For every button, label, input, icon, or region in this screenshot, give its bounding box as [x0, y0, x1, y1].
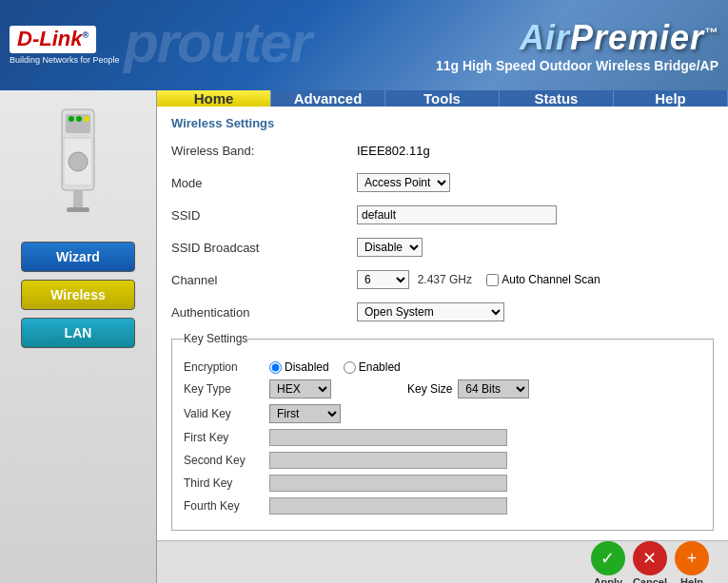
auto-channel-label: Auto Channel Scan	[502, 273, 600, 286]
channel-freq: 2.437 GHz	[418, 273, 472, 286]
premier-text: Premier	[570, 18, 704, 57]
help-label: Help	[680, 576, 703, 583]
ssid-broadcast-select[interactable]: Disable Enable	[357, 238, 423, 257]
ssid-broadcast-control: Disable Enable	[357, 238, 714, 257]
valid-key-select[interactable]: First Second Third Fourth	[269, 404, 341, 423]
wireless-button[interactable]: Wireless	[21, 280, 135, 310]
air-premier-logo: AirPremier™	[436, 18, 718, 58]
mode-label: Mode	[171, 176, 357, 190]
dlink-logo-d: D	[17, 27, 32, 50]
cancel-label: Cancel	[633, 576, 667, 583]
key-settings-title: Key Settings	[184, 332, 247, 345]
mode-control: Access Point Bridge AP Client	[357, 173, 714, 192]
channel-label: Channel	[171, 273, 357, 287]
first-key-row: First Key	[184, 429, 701, 446]
ssid-broadcast-row: SSID Broadcast Disable Enable	[171, 235, 714, 260]
third-key-label: Third Key	[184, 476, 269, 490]
lan-button[interactable]: LAN	[21, 318, 135, 348]
air-text: Air	[520, 18, 570, 57]
ssid-input[interactable]	[357, 205, 557, 224]
apply-label: Apply	[594, 576, 623, 583]
second-key-input[interactable]	[269, 452, 507, 469]
content-inner: Wireless Settings Wireless Band: IEEE802…	[157, 107, 728, 540]
auto-channel-checkbox[interactable]	[486, 274, 499, 286]
content-area: Home Advanced Tools Status Help Wireless…	[157, 90, 728, 583]
encryption-label: Encryption	[184, 360, 269, 374]
dlink-logo: D-Link®	[10, 26, 96, 52]
svg-point-6	[69, 116, 74, 122]
device-image	[30, 100, 126, 223]
product-subtitle: 11g High Speed Outdoor Wireless Bridge/A…	[436, 58, 718, 73]
wireless-band-label: Wireless Band:	[171, 144, 357, 158]
svg-point-8	[84, 116, 89, 122]
authentication-label: Authentication	[171, 305, 357, 320]
channel-row: Channel 12345 67891011 2.437 GHz Auto Ch…	[171, 267, 714, 292]
channel-control: 12345 67891011 2.437 GHz Auto Channel Sc…	[357, 270, 714, 289]
fourth-key-label: Fourth Key	[184, 499, 269, 513]
wireless-band-value: IEEE802.11g	[357, 144, 714, 158]
watermark: prouter	[124, 10, 310, 75]
wizard-button[interactable]: Wizard	[21, 242, 135, 272]
device-svg	[35, 105, 121, 219]
main-layout: Wizard Wireless LAN Home Advanced Tools …	[0, 90, 728, 583]
key-type-select[interactable]: HEX ASCII	[269, 379, 331, 398]
authentication-row: Authentication Open System Shared Key WP…	[171, 300, 714, 324]
cancel-icon: ✕	[633, 541, 667, 575]
disabled-label: Disabled	[285, 360, 329, 374]
sidebar: Wizard Wireless LAN	[0, 90, 157, 583]
authentication-select[interactable]: Open System Shared Key WPA WPA2	[357, 302, 504, 321]
ssid-label: SSID	[171, 208, 357, 223]
dlink-tagline: Building Networks for People	[10, 55, 120, 65]
mode-row: Mode Access Point Bridge AP Client	[171, 170, 714, 195]
third-key-input[interactable]	[269, 475, 507, 492]
apply-button[interactable]: ✓ Apply	[591, 541, 625, 583]
key-settings-box: Key Settings Encryption Disabled Enabled	[171, 332, 714, 531]
channel-select[interactable]: 12345 67891011	[357, 270, 409, 289]
disabled-radio-label: Disabled	[269, 360, 329, 374]
second-key-label: Second Key	[184, 454, 269, 467]
ssid-broadcast-label: SSID Broadcast	[171, 241, 357, 255]
svg-rect-5	[67, 207, 89, 212]
tab-home[interactable]: Home	[157, 90, 271, 107]
help-button[interactable]: + Help	[675, 541, 709, 583]
svg-point-3	[69, 152, 88, 171]
first-key-label: First Key	[184, 431, 269, 444]
tab-advanced[interactable]: Advanced	[271, 90, 385, 107]
enabled-label: Enabled	[359, 360, 401, 374]
header: D-Link® Building Networks for People pro…	[0, 0, 728, 90]
ssid-control	[357, 205, 714, 224]
tm: ™	[704, 25, 718, 40]
logo-area: D-Link® Building Networks for People	[10, 26, 120, 64]
third-key-row: Third Key	[184, 475, 701, 492]
section-title: Wireless Settings	[171, 116, 714, 130]
help-icon: +	[675, 541, 709, 575]
tab-tools[interactable]: Tools	[385, 90, 500, 107]
wireless-band-row: Wireless Band: IEEE802.11g	[171, 138, 714, 163]
key-size-label: Key Size	[407, 382, 452, 396]
valid-key-label: Valid Key	[184, 407, 269, 420]
disabled-radio[interactable]	[269, 361, 282, 374]
ssid-row: SSID	[171, 203, 714, 227]
second-key-row: Second Key	[184, 452, 701, 469]
encryption-row: Encryption Disabled Enabled	[184, 360, 701, 374]
mode-select[interactable]: Access Point Bridge AP Client	[357, 173, 450, 192]
cancel-button[interactable]: ✕ Cancel	[633, 541, 667, 583]
authentication-control: Open System Shared Key WPA WPA2	[357, 302, 714, 321]
svg-rect-4	[73, 190, 83, 209]
first-key-input[interactable]	[269, 429, 507, 446]
apply-icon: ✓	[591, 541, 625, 575]
enabled-radio[interactable]	[344, 361, 356, 374]
product-area: AirPremier™ 11g High Speed Outdoor Wirel…	[436, 18, 718, 73]
key-type-row: Key Type HEX ASCII Key Size 64 Bits 128 …	[184, 379, 701, 398]
svg-point-7	[76, 116, 82, 122]
nav-tabs: Home Advanced Tools Status Help	[157, 90, 728, 107]
footer: ✓ Apply ✕ Cancel + Help	[157, 540, 728, 583]
fourth-key-input[interactable]	[269, 497, 507, 515]
key-size-select[interactable]: 64 Bits 128 Bits	[458, 379, 529, 398]
tab-status[interactable]: Status	[500, 90, 614, 107]
valid-key-row: Valid Key First Second Third Fourth	[184, 404, 701, 423]
tab-help[interactable]: Help	[614, 90, 728, 107]
fourth-key-row: Fourth Key	[184, 497, 701, 515]
key-type-label: Key Type	[184, 382, 269, 396]
dlink-logo-link: -Link	[32, 27, 83, 50]
